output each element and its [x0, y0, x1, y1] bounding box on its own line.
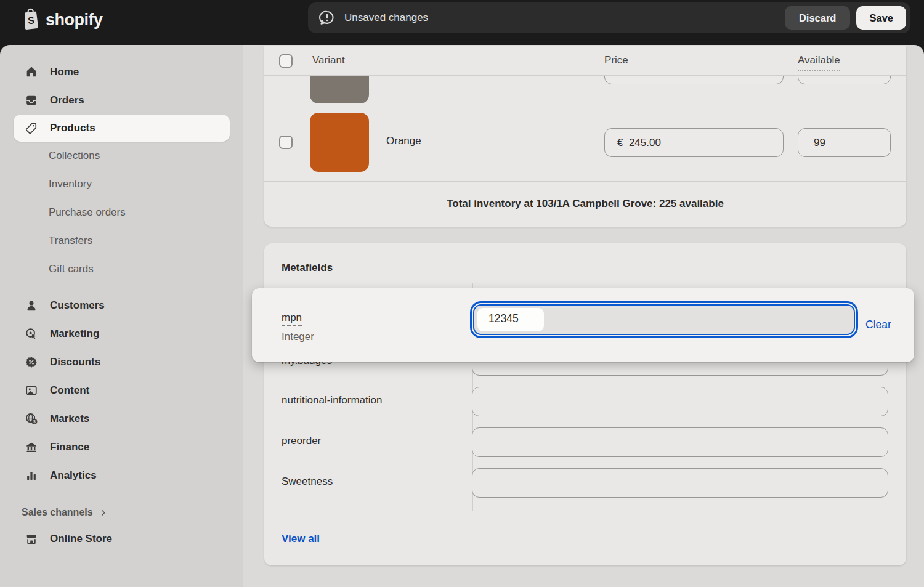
variant-column-header: Variant [312, 54, 345, 67]
variants-card: Variant Price Available Orange [264, 46, 906, 227]
available-input-partial[interactable] [798, 76, 891, 84]
mpn-label: mpn [282, 312, 302, 326]
sidebar-item-marketing[interactable]: Marketing [0, 320, 243, 348]
mpn-metafield-popover: mpn Integer 12345 Clear [252, 288, 914, 362]
select-all-checkbox[interactable] [279, 54, 293, 68]
save-button[interactable]: Save [856, 6, 906, 30]
shopify-wordmark: shopify [46, 10, 103, 30]
variant-swatch-gray[interactable] [310, 76, 369, 103]
metafield-input-sweetness[interactable] [472, 468, 888, 498]
metafields-title: Metafields [282, 262, 333, 274]
nav-section-gap [0, 283, 243, 291]
price-column-header: Price [604, 54, 628, 67]
variant-row-checkbox[interactable] [279, 136, 293, 149]
total-inventory-footer: Total inventory at 103/1A Campbell Grove… [264, 182, 906, 226]
unsaved-changes-label: Unsaved changes [344, 12, 785, 24]
metafield-label-sweetness: Sweetness [282, 476, 333, 488]
shopify-admin-screen: S shopify Unsaved changes Discard Save [0, 0, 924, 587]
variant-row-orange: Orange [264, 103, 906, 182]
sidebar-item-finance[interactable]: Finance [0, 433, 243, 461]
discard-button[interactable]: Discard [785, 6, 851, 30]
person-icon [25, 299, 38, 312]
sidebar-item-gift-cards[interactable]: Gift cards [0, 255, 243, 283]
sidebar-item-content[interactable]: Content [0, 376, 243, 405]
total-inventory-text: Total inventory at 103/1A Campbell Grove… [447, 198, 724, 210]
variant-table-header: Variant Price Available [264, 46, 906, 76]
sidebar-item-inventory[interactable]: Inventory [0, 170, 243, 198]
sales-channels-header[interactable]: Sales channels [0, 500, 243, 525]
discount-badge-icon [25, 355, 38, 369]
shopify-bag-icon: S [18, 7, 42, 33]
metafield-input-nutritional-information[interactable] [472, 387, 888, 416]
variant-swatch-orange[interactable] [310, 113, 369, 172]
sidebar-nav: Home Orders Products Collections Invento… [0, 45, 243, 587]
view-all-link[interactable]: View all [282, 533, 320, 545]
main-content: Variant Price Available Orange [243, 45, 924, 587]
sidebar-item-orders[interactable]: Orders [0, 86, 243, 115]
price-input-partial[interactable] [604, 76, 784, 84]
metafield-label-nutritional-information: nutritional-information [282, 394, 382, 407]
target-icon [25, 327, 38, 341]
svg-text:$: $ [33, 419, 36, 424]
image-icon [25, 384, 38, 397]
chevron-right-icon [99, 508, 108, 517]
orders-icon [25, 94, 38, 107]
available-input[interactable] [798, 128, 891, 157]
shopify-logo[interactable]: S shopify [18, 7, 103, 33]
sidebar-item-analytics[interactable]: Analytics [0, 461, 243, 490]
sidebar-item-products[interactable]: Products [14, 115, 230, 142]
mpn-input[interactable]: 12345 [473, 304, 855, 335]
mpn-value-text: 12345 [488, 312, 519, 325]
clear-link[interactable]: Clear [865, 318, 891, 331]
metafield-label-preorder: preorder [282, 435, 321, 447]
admin-frame: Home Orders Products Collections Invento… [0, 45, 924, 587]
home-icon [25, 65, 38, 79]
bar-chart-icon [25, 469, 38, 482]
storefront-icon [25, 532, 38, 546]
price-input[interactable] [604, 128, 784, 157]
variant-name: Orange [386, 135, 421, 147]
globe-currency-icon: $ [25, 412, 38, 426]
sidebar-item-customers[interactable]: Customers [0, 291, 243, 320]
alert-bubble-icon [319, 10, 335, 26]
mpn-type-label: Integer [282, 331, 314, 343]
sidebar-item-transfers[interactable]: Transfers [0, 227, 243, 255]
svg-text:S: S [27, 14, 35, 26]
sidebar-item-home[interactable]: Home [0, 58, 243, 86]
available-column-header: Available [798, 54, 840, 71]
sidebar-item-markets[interactable]: $ Markets [0, 405, 243, 433]
topbar: S shopify Unsaved changes Discard Save [0, 0, 924, 45]
sidebar-item-collections[interactable]: Collections [0, 142, 243, 170]
sidebar-item-online-store[interactable]: Online Store [0, 525, 243, 553]
sidebar-item-discounts[interactable]: Discounts [0, 348, 243, 376]
bank-icon [25, 440, 38, 454]
variant-row-partial [264, 76, 906, 103]
tag-icon [25, 121, 38, 135]
metafield-input-preorder[interactable] [472, 427, 888, 457]
sidebar-item-purchase-orders[interactable]: Purchase orders [0, 198, 243, 227]
contextual-save-bar: Unsaved changes Discard Save [308, 2, 910, 33]
